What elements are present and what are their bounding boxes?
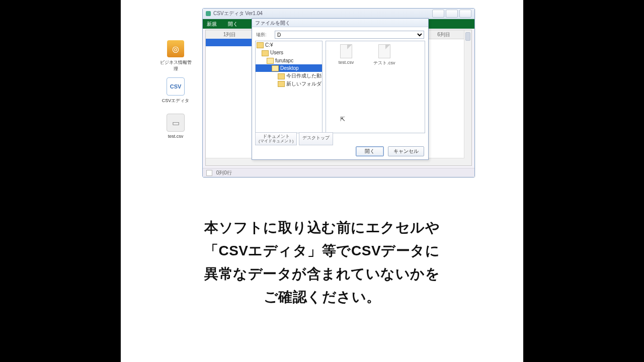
selected-row[interactable] [206,39,254,46]
desktop-stage: ◎ ビジネス情報管理 CSV CSVエディタ ▭ test.csv CSVエディ… [121,0,523,362]
places-bar: ドキュメント (マイドキュメント) デスクトップ [255,132,333,145]
tree-node[interactable]: Users [256,49,322,56]
minimize-button[interactable] [432,10,444,18]
look-in-row: 場所: D [252,27,428,42]
desktop-icon-label: CSVエディタ [158,98,193,104]
folder-tree[interactable]: C:¥ Users furutapc Desktop 今日作成した動画 新しいフ… [255,41,323,133]
app-icon: ◎ [167,40,184,57]
open-button[interactable]: 開く [356,146,384,156]
caption-line: 異常なデータが含まれていないかを [151,262,493,286]
file-icon: ▭ [167,114,185,132]
dialog-footer: 開く キャンセル [356,146,424,156]
tree-node[interactable]: C:¥ [256,41,322,49]
caption-line: ご確認ください。 [151,286,493,309]
tree-node[interactable]: 今日作成した動画 [256,72,322,79]
tree-node[interactable]: furutapc [256,57,322,64]
caption-line: 「CSVエディタ」等でCSVデータに [151,239,493,262]
instruction-caption: 本ソフトに取り込む前にエクセルや 「CSVエディタ」等でCSVデータに 異常なデ… [151,216,493,309]
open-file-dialog: ファイルを開く 場所: D C:¥ Users furutapc Desktop… [252,18,429,160]
look-in-label: 場所: [256,32,272,38]
file-item[interactable]: テスト.csv [369,44,399,66]
dialog-title[interactable]: ファイルを開く [252,19,428,27]
cancel-button[interactable]: キャンセル [388,146,424,156]
place-documents[interactable]: ドキュメント (マイドキュメント) [255,132,297,145]
titlebar[interactable]: CSVエディタ Ver1.04 [203,9,474,19]
app-title: CSVエディタ Ver1.04 [213,10,263,17]
desktop-icon-label: ビジネス情報管理 [158,59,193,72]
document-icon [340,44,352,58]
file-name: テスト.csv [369,60,399,66]
column-header[interactable]: 1列目 [206,30,254,39]
desktop-icon-csveditor[interactable]: CSV CSVエディタ [158,77,193,104]
column-header[interactable]: 6列目 [424,30,464,39]
caption-line: 本ソフトに取り込む前にエクセルや [151,216,493,239]
status-icon [206,170,212,176]
csv-icon: CSV [167,77,185,96]
menu-open[interactable]: 開く [228,21,238,28]
desktop-icon-testcsv[interactable]: ▭ test.csv [158,114,193,139]
tree-node-selected[interactable]: Desktop [256,64,322,72]
desktop-icon-label: test.csv [158,134,193,139]
place-desktop[interactable]: デスクトップ [299,132,333,145]
status-text: 0列0行 [216,170,232,175]
document-icon [378,44,390,58]
menu-new[interactable]: 新規 [207,21,217,28]
statusbar: 0列0行 [203,168,474,177]
close-button[interactable] [459,10,471,18]
file-name: test.csv [331,60,361,65]
desktop-icon-business[interactable]: ◎ ビジネス情報管理 [158,40,193,72]
drive-select[interactable]: D [275,31,424,39]
file-item[interactable]: test.csv [331,44,361,65]
app-title-icon [206,11,211,16]
tree-node[interactable]: 新しいフォルダー [256,80,322,87]
file-list[interactable]: test.csv テスト.csv ⇱ [326,41,425,133]
maximize-button[interactable] [446,10,458,18]
vertical-scrollbar[interactable] [464,30,471,165]
scrollbar-thumb[interactable] [465,32,470,41]
mouse-cursor-icon: ⇱ [340,116,345,123]
